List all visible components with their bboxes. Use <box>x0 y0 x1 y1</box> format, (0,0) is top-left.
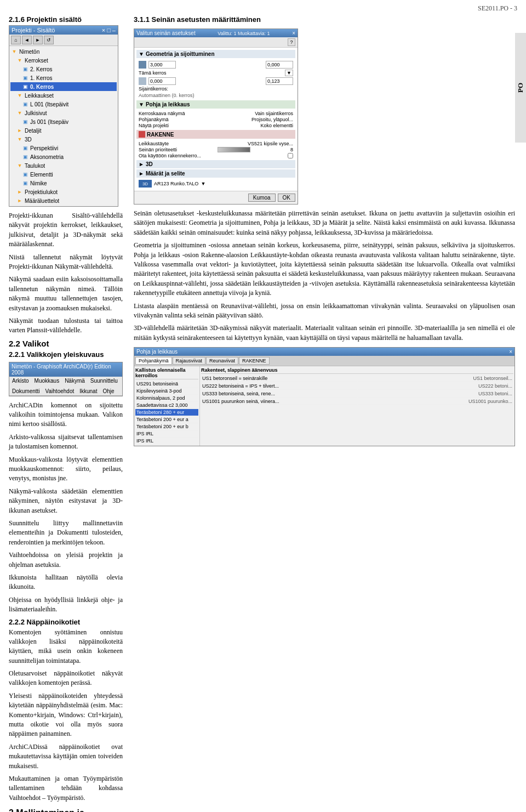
ar123-row: 3D AR123 Runko.TALO ▼ <box>136 179 295 189</box>
section-3-1-1-heading: 3.1.1 Seinän asetusten määrittäminen <box>134 15 515 24</box>
layer-icon: ▣ <box>21 65 29 73</box>
tree-item-leikkaukset[interactable]: ▼ Leikkaukset <box>10 91 117 100</box>
text-2-2-1-c: Muokkaus-valikosta löytyvät elementtien … <box>9 455 123 484</box>
tama-kerros-row: Tämä kerros ▼ <box>139 70 293 76</box>
text-2-2-2-c: Yleisesti näppäinoikoteiden yhteydessä k… <box>9 691 123 739</box>
geometry-collapse-icon[interactable]: ▼ <box>139 51 144 57</box>
3d-collapse-icon[interactable]: ► <box>139 161 144 167</box>
settings-title: Valitun seinän asetukset Valittu: 1 Muok… <box>134 29 298 37</box>
pohja-body: Kerroskaava näkymä Vain sijaintikerros P… <box>136 110 295 130</box>
pohja-cell-2a: US222 betoniseinä = IPS + tilvert... <box>201 383 357 390</box>
list-item-kipsi[interactable]: Kipsilevyseinä 3-pod <box>135 388 198 395</box>
tree-item-nimike[interactable]: ▣ Nimike <box>10 179 117 188</box>
tree-item-3d[interactable]: ▼ 3D <box>10 135 117 144</box>
height-row <box>139 61 293 69</box>
toolbar-back[interactable]: ◄ <box>22 36 32 44</box>
help-icon[interactable]: ? <box>288 38 295 46</box>
pohja-cell-1a: US1 betoronseil = seinärakille <box>201 375 357 382</box>
tree-item-0kerros[interactable]: ▣ 0. Kerros <box>10 82 117 91</box>
pohja-right-grid: US1 betoronseil = seinärakille US1 betor… <box>201 375 513 405</box>
list-item-us291[interactable]: US291 betoniseinä <box>135 381 198 388</box>
menu-dokumentti[interactable]: Dokumentti <box>11 388 41 395</box>
text-2-1-b: Niistä tallennetut näkymät löytyvät Proj… <box>9 253 123 272</box>
geometry-fields: Tämä kerros ▼ Sijaintikerros: <box>136 60 295 100</box>
tab-pohjarakenne[interactable]: Pohjanäkymä <box>135 357 172 365</box>
menu-ohje[interactable]: Ohje <box>101 388 115 395</box>
tree-item-maaraluettelot[interactable]: ► Määräluettelot <box>10 196 117 205</box>
list-item-kolonni[interactable]: Kolonnisalpaus, 2 pod <box>135 395 198 402</box>
pohja-window-2-close[interactable]: × <box>509 349 512 355</box>
list-item-ips2[interactable]: IPS IRL <box>135 438 198 445</box>
layer-icon: ▣ <box>21 118 29 126</box>
list-item-tb200a[interactable]: Teräsbetoni 200 + eur a <box>135 416 198 423</box>
menu-vaihtoehdot[interactable]: Vaihtoehdot <box>44 388 76 395</box>
pohja-left-panel: Kallistus olennaisella kerroillos US291 … <box>134 366 200 446</box>
rakennekerro-checkbox[interactable] <box>288 153 293 158</box>
folder-icon: ▼ <box>16 162 24 169</box>
tree-item-js001[interactable]: ▣ Js 001 (Itsepäiv <box>10 117 117 126</box>
settings-body: ▼ Geometria ja sijoittuminen Tämä kerros <box>134 48 298 191</box>
pohja-collapse-icon[interactable]: ▼ <box>139 101 144 107</box>
settings-buttons: Kumoa OK <box>134 191 298 204</box>
settings-close[interactable]: × <box>292 30 295 36</box>
tree-item-1kerros[interactable]: ▣ 1. Kerros <box>10 73 117 82</box>
menu-nakymä[interactable]: Näkymä <box>64 377 86 384</box>
tree-item-l001[interactable]: ▣ L 001 (Itsepäivit <box>10 100 117 109</box>
folder-icon: ▼ <box>16 109 24 117</box>
tree-item-julkisivut[interactable]: ▼ Julkisivut <box>10 109 117 117</box>
tree-item-aksonometria[interactable]: ▣ Aksonometria <box>10 152 117 161</box>
pohja-cell-4a: US1001 puurunkon seinä, viinera... <box>201 398 357 405</box>
menu-ikkunat[interactable]: Ikkunat <box>78 388 98 395</box>
toolbar-home[interactable]: ⌂ <box>11 36 21 44</box>
tree-item-taulukot[interactable]: ▼ Taulukot <box>10 161 117 170</box>
tama-kerros-dropdown[interactable]: ▼ <box>285 70 293 76</box>
text-2-2-1-h: Ohjeissa on hyödyllisiä linkkejä ohje- j… <box>9 595 123 615</box>
tree-item-kerrokset[interactable]: ▼ Kerrokset <box>10 56 117 65</box>
list-item-ips1[interactable]: IPS IRL <box>135 430 198 438</box>
kumoa-button[interactable]: Kumoa <box>248 194 276 202</box>
val5-input[interactable] <box>266 77 293 85</box>
project-window-toolbar: ⌂ ◄ ► ↺ <box>9 35 118 46</box>
height-input[interactable] <box>148 61 176 69</box>
priority-slider[interactable] <box>218 147 250 152</box>
tree-item-elementti[interactable]: ▣ Elementti <box>10 170 117 179</box>
settings-window: Valitun seinän asetukset Valittu: 1 Muok… <box>134 29 298 205</box>
tab-rajausviivat[interactable]: Rajausviivat <box>173 357 206 365</box>
menu-muokkaus[interactable]: Muokkaus <box>33 377 61 384</box>
tree-item-2kerros[interactable]: ▣ 2. Kerros <box>10 65 117 73</box>
right-text-1: Seinän oletusasetukset -keskusteluikkuna… <box>134 209 515 237</box>
ar123-dropdown[interactable]: ▼ <box>201 181 205 186</box>
list-item-saad[interactable]: Saadettavissa c2 3,000 <box>135 402 198 409</box>
pohja-row-1: Kerroskaava näkymä Vain sijaintikerros <box>139 111 293 116</box>
menu-suunnittelu[interactable]: Suunnittelu <box>89 377 119 384</box>
pohja-window-tabs: Pohjanäkymä Rajausviivat Reunaviivat RAK… <box>134 356 514 366</box>
val3-input[interactable] <box>148 77 176 85</box>
text-2-2-1-g: Ikkunoista hallitaan näytöllä olevia ikk… <box>9 573 123 592</box>
val3-icon <box>139 77 146 85</box>
folder-icon: ► <box>16 127 24 134</box>
rakennekerro-row: Ota käyttöön rakennekerro... <box>139 153 293 158</box>
section-2-2-1-heading: 2.2.1 Valikkojen yleiskuvaus <box>9 350 123 359</box>
folder-icon: ► <box>16 188 24 196</box>
maaraat-section: ► Määrät ja selite <box>136 169 295 178</box>
settings-help-row: ? <box>134 37 298 48</box>
rakenne-icon <box>139 131 145 138</box>
tab-reunaviivat[interactable]: Reunaviivat <box>206 357 238 365</box>
tree-item-perspektiivi[interactable]: ▣ Perspektiivi <box>10 144 117 152</box>
layer-icon: ▣ <box>21 100 29 108</box>
menu-arkisto[interactable]: Arkisto <box>11 377 30 384</box>
tree-item-projektiulukot[interactable]: ► Projektiulukot <box>10 188 117 196</box>
list-item-tb200b[interactable]: Teräsbetoni 200 + eur b <box>135 423 198 430</box>
toolbar-fwd[interactable]: ► <box>33 36 43 44</box>
maaraat-collapse-icon[interactable]: ► <box>139 171 144 177</box>
tree-item-detaljit[interactable]: ► Detaljit <box>10 126 117 135</box>
ok-button[interactable]: OK <box>278 194 295 202</box>
folder-icon: ► <box>16 197 24 205</box>
tab-rakenne[interactable]: RAKENNE <box>239 357 270 365</box>
folder-icon: ▼ <box>16 56 24 64</box>
list-item-tb280[interactable]: Teräsbetoni 280 + eur <box>135 409 198 416</box>
left-column: 2.1.6 Projektin sisältö Projekti - Sisäl… <box>9 15 129 812</box>
tree-item-nimeton[interactable]: ▼ Nimetön <box>10 47 117 56</box>
toolbar-refresh[interactable]: ↺ <box>44 36 54 44</box>
val2-input[interactable] <box>266 61 293 69</box>
